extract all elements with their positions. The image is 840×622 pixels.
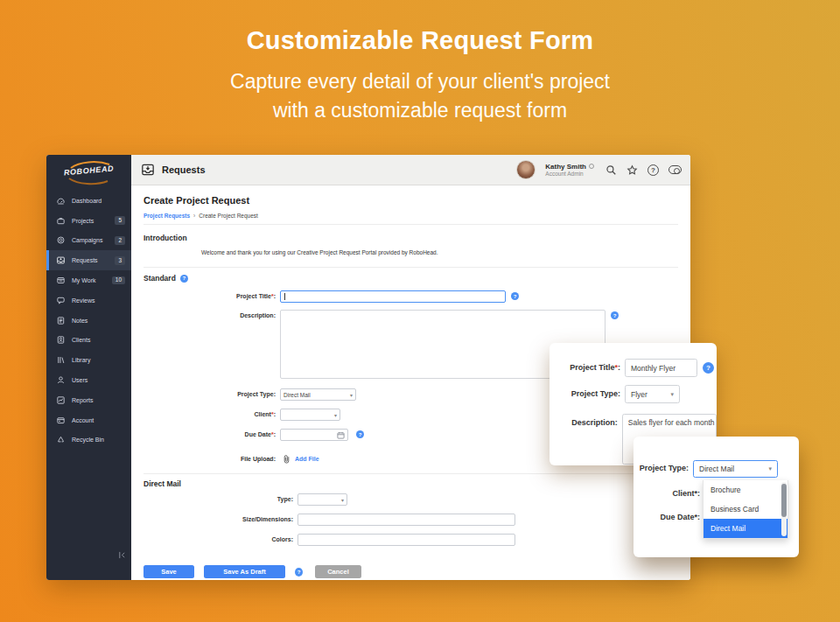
dropdown-scrollbar[interactable] <box>781 482 787 536</box>
avatar[interactable] <box>516 160 536 179</box>
sidebar-item-notes[interactable]: Notes <box>46 311 131 331</box>
dm-colors-row: Colors: <box>144 534 678 546</box>
popup1-title-input[interactable]: Monthly Flyer <box>625 359 697 377</box>
sidebar-nav: Dashboard Projects 5 Campaigns 2 Request… <box>46 191 131 450</box>
due-date-label: Due Date*: <box>144 429 280 437</box>
description-label: Description: <box>144 310 280 318</box>
page-header-title: Requests <box>162 164 206 175</box>
dm-size-label: Size/Dimensions: <box>144 514 298 522</box>
add-file-link[interactable]: Add File <box>295 456 319 462</box>
theme-toggle-icon[interactable] <box>668 165 682 174</box>
help-icon[interactable]: ? <box>648 164 659 176</box>
dm-size-row: Size/Dimensions: <box>144 514 678 526</box>
standard-help-icon[interactable]: ? <box>180 275 188 283</box>
account-card-icon <box>56 416 66 425</box>
dm-type-select[interactable]: ▾ <box>298 493 347 506</box>
popup2-type-row: Project Type: Direct Mail▾ <box>634 460 799 478</box>
user-name: Kathy Smith <box>545 163 586 171</box>
popup-dropdown-card: Project Type: Direct Mail▾ Client*: Due … <box>634 437 799 557</box>
library-icon <box>56 355 66 365</box>
dm-size-input[interactable] <box>298 514 515 526</box>
hero-title: Customizable Request Form <box>0 26 840 55</box>
sidebar-item-my-work[interactable]: My Work 10 <box>46 270 131 290</box>
sidebar-item-reviews[interactable]: Reviews <box>46 290 131 311</box>
popup1-type-select[interactable]: Flyer▾ <box>625 385 680 403</box>
project-title-row: Project Title*: ? <box>144 290 678 303</box>
popup1-description-label: Description: <box>550 414 622 427</box>
project-title-help-icon[interactable]: ? <box>511 292 519 300</box>
app-header: Requests Kathy Smith Account Admin ? <box>131 155 690 185</box>
sidebar-collapse-icon[interactable] <box>118 551 126 559</box>
chart-icon <box>56 395 66 405</box>
sidebar: ROBOHEAD Dashboard Projects 5 Campaigns … <box>46 155 131 580</box>
dropdown-option-brochure[interactable]: Brochure <box>704 480 788 500</box>
popup1-title-label: Project Title*: <box>550 359 625 372</box>
sidebar-item-label: Projects <box>72 218 94 224</box>
standard-heading: Standard ? <box>144 274 678 283</box>
sidebar-item-label: Notes <box>72 318 88 324</box>
project-type-select[interactable]: Direct Mail▾ <box>280 388 356 401</box>
direct-mail-heading: Direct Mail <box>144 479 678 488</box>
project-title-input[interactable] <box>280 290 506 303</box>
recycle-icon <box>56 435 66 444</box>
sidebar-item-library[interactable]: Library <box>46 350 131 370</box>
star-icon[interactable] <box>626 164 638 176</box>
sidebar-badge: 2 <box>115 236 125 245</box>
sidebar-item-users[interactable]: Users <box>46 370 131 390</box>
hero-subtitle-line1: Capture every detail of your client's pr… <box>0 67 840 96</box>
popup2-type-label: Project Type: <box>634 460 693 472</box>
breadcrumb: Project Requests › Create Project Reques… <box>144 213 678 225</box>
sidebar-item-label: Clients <box>72 337 90 343</box>
project-title-label: Project Title*: <box>144 290 280 299</box>
dropdown-option-direct-mail[interactable]: Direct Mail <box>704 519 788 538</box>
scrollbar-thumb[interactable] <box>781 484 787 517</box>
popup2-type-select[interactable]: Direct Mail▾ <box>693 460 778 478</box>
sidebar-item-label: Users <box>72 377 88 383</box>
project-type-label: Project Type: <box>144 388 280 397</box>
popup1-help-icon[interactable]: ? <box>703 362 714 374</box>
sidebar-item-requests[interactable]: Requests 3 <box>46 250 131 270</box>
dm-colors-input[interactable] <box>298 534 515 546</box>
breadcrumb-link[interactable]: Project Requests <box>144 213 190 219</box>
search-icon[interactable] <box>606 164 617 176</box>
sidebar-item-projects[interactable]: Projects 5 <box>46 211 131 231</box>
dm-colors-label: Colors: <box>144 534 298 542</box>
user-icon <box>56 375 66 385</box>
due-date-help-icon[interactable]: ? <box>356 430 364 438</box>
due-date-input[interactable] <box>280 429 348 441</box>
sidebar-item-clients[interactable]: Clients <box>46 331 131 351</box>
sidebar-item-dashboard[interactable]: Dashboard <box>46 191 131 211</box>
save-button[interactable]: Save <box>144 565 194 578</box>
client-label: Client*: <box>144 409 280 417</box>
my-work-icon <box>56 276 66 285</box>
sidebar-item-recycle-bin[interactable]: Recycle Bin <box>46 430 131 451</box>
sidebar-item-account[interactable]: Account <box>46 410 131 430</box>
introduction-text: Welcome and thank you for using our Crea… <box>201 249 678 255</box>
chevron-down-icon: ▾ <box>663 391 674 398</box>
chat-bubble-icon <box>56 296 66 305</box>
page-title: Create Project Request <box>144 195 678 206</box>
save-as-draft-button[interactable]: Save As Draft <box>204 565 285 578</box>
sidebar-item-label: Reports <box>72 397 94 403</box>
introduction-heading: Introduction <box>144 234 678 242</box>
popup1-title-row: Project Title*: Monthly Flyer ? <box>550 359 717 377</box>
dropdown-option-business-card[interactable]: Business Card <box>704 500 788 519</box>
chevron-down-icon: ▾ <box>334 412 337 418</box>
user-menu-icon[interactable] <box>589 164 594 169</box>
calendar-icon[interactable] <box>337 431 345 439</box>
description-help-icon[interactable]: ? <box>611 311 619 319</box>
client-select[interactable]: ▾ <box>280 409 340 421</box>
hero-section: Customizable Request Form Capture every … <box>0 26 840 125</box>
section-divider <box>144 473 678 474</box>
breadcrumb-current: Create Project Request <box>199 213 258 219</box>
sidebar-item-campaigns[interactable]: Campaigns 2 <box>46 231 131 251</box>
briefcase-icon <box>56 216 66 226</box>
robohead-logo: ROBOHEAD <box>46 155 131 190</box>
sidebar-item-label: Requests <box>72 257 98 263</box>
save-draft-help-icon[interactable]: ? <box>295 568 303 577</box>
form-actions: Save Save As Draft ? Cancel <box>144 565 678 578</box>
user-block[interactable]: Kathy Smith Account Admin <box>545 163 594 178</box>
sidebar-item-reports[interactable]: Reports <box>46 390 131 410</box>
cancel-button[interactable]: Cancel <box>315 565 361 578</box>
popup1-type-row: Project Type: Flyer▾ <box>550 385 717 403</box>
